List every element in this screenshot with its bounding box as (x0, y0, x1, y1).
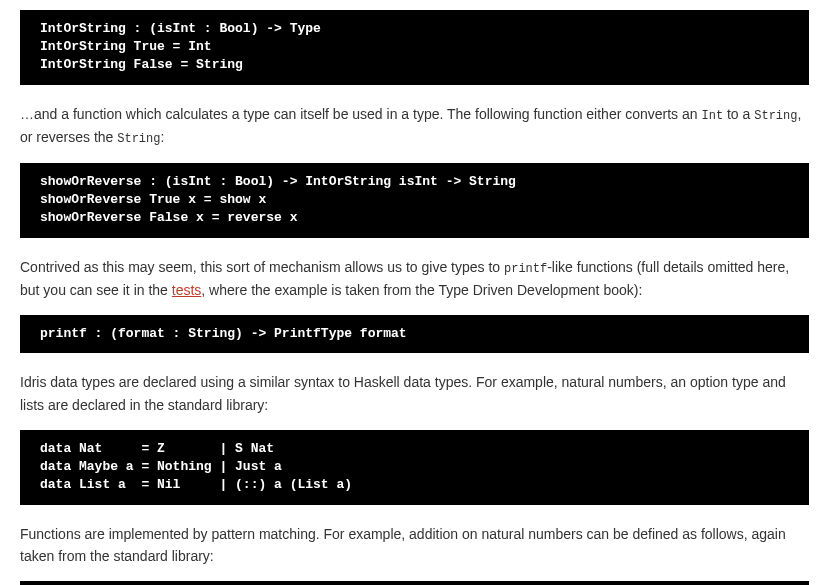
text: to a (723, 106, 754, 122)
paragraph-2: Contrived as this may seem, this sort of… (20, 256, 809, 302)
code-block-printf: printf : (format : String) -> PrintfType… (20, 315, 809, 353)
text: …and a function which calculates a type … (20, 106, 701, 122)
inline-code-int: Int (701, 109, 723, 123)
code-block-plus: (+) : Nat -> Nat -> Nat Z + y = y (S k) … (20, 581, 809, 585)
text: Contrived as this may seem, this sort of… (20, 259, 504, 275)
paragraph-3: Idris data types are declared using a si… (20, 371, 809, 416)
inline-code-string-2: String (117, 132, 160, 146)
code-block-showorreverse: showOrReverse : (isInt : Bool) -> IntOrS… (20, 163, 809, 238)
tests-link[interactable]: tests (172, 282, 202, 298)
inline-code-printf: printf (504, 262, 547, 276)
code-block-datatypes: data Nat = Z | S Nat data Maybe a = Noth… (20, 430, 809, 505)
text: : (160, 129, 164, 145)
code-block-intorstring: IntOrString : (isInt : Bool) -> Type Int… (20, 10, 809, 85)
paragraph-1: …and a function which calculates a type … (20, 103, 809, 149)
document-content: IntOrString : (isInt : Bool) -> Type Int… (0, 10, 829, 585)
text: , where the example is taken from the Ty… (201, 282, 642, 298)
inline-code-string: String (754, 109, 797, 123)
paragraph-4: Functions are implemented by pattern mat… (20, 523, 809, 568)
